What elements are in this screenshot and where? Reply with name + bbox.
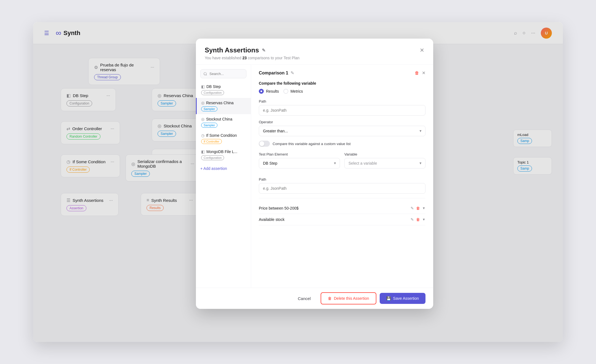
comparison-delete-button[interactable]: 🗑 (415, 71, 419, 76)
comparison-item-price: Price between 50-200$ ✎ 🗑 ▼ (259, 203, 425, 214)
path-field-group: Path (259, 99, 425, 116)
db-step-sidebar-badge: Configuration (201, 90, 224, 95)
stockout-china-sidebar-badge: Sampler (201, 123, 217, 128)
modal-footer: Cancel 🗑 Delete this Assertion 💾 Save As… (196, 288, 433, 309)
test-plan-element-wrapper: DB Step Reservas China Stockout China ▼ (259, 158, 340, 168)
radio-results[interactable]: Results (259, 89, 279, 94)
comparison-item-stock: Available stock ✎ 🗑 ▼ (259, 214, 425, 225)
comparison-item-stock-actions: ✎ 🗑 ▼ (411, 217, 425, 222)
test-plan-element-select[interactable]: DB Step Reservas China Stockout China (259, 158, 340, 168)
sidebar-item-db-step[interactable]: ◧ DB Step Configuration (196, 82, 251, 98)
comparison-item-stock-name: Available stock (259, 217, 284, 222)
modal-panel: Synth Assertions ✎ ✕ You have establishe… (196, 39, 433, 309)
variable-label: Variable (344, 152, 425, 156)
canvas-area: ⚙ Prueba de flujo de reservas ··· Thread… (33, 22, 563, 342)
add-assertion-button[interactable]: + Add assertion (196, 163, 232, 174)
sidebar-item-reservas-china[interactable]: ◎ Reservas China Sampler (196, 98, 251, 114)
radio-results-label: Results (266, 89, 279, 93)
mongodb-sidebar-badge: Configuration (201, 155, 224, 160)
section-variable-label: Compare the following variable (259, 81, 425, 85)
operator-select-wrapper: Greater than... Less than... Equal to...… (259, 126, 425, 136)
if-some-sidebar-badge: If Controller (201, 139, 222, 144)
operator-select[interactable]: Greater than... Less than... Equal to...… (259, 126, 425, 136)
stock-delete-button[interactable]: 🗑 (416, 217, 420, 222)
mongodb-sidebar-icon: ◧ (201, 149, 205, 154)
test-plan-element-group: Test Plan Element DB Step Reservas China… (259, 152, 340, 168)
modal-title-edit-icon[interactable]: ✎ (262, 48, 265, 53)
comparison-title: Comparison 1 ✎ (259, 70, 294, 76)
operator-label: Operator (259, 120, 425, 124)
test-plan-element-label: Test Plan Element (259, 152, 340, 156)
stockout-china-sidebar-icon: ◎ (201, 117, 204, 121)
divider (259, 198, 425, 198)
path-input[interactable] (259, 105, 425, 116)
comparison-actions: 🗑 ✕ (415, 70, 425, 76)
modal-detail: Comparison 1 ✎ 🗑 ✕ Compare the following… (251, 65, 433, 288)
delete-icon: 🗑 (328, 296, 332, 301)
modal-header: Synth Assertions ✎ ✕ You have establishe… (196, 39, 433, 65)
radio-metrics-label: Metrics (291, 89, 303, 93)
comparison-edit-button[interactable]: ✎ (291, 70, 294, 76)
stock-toggle-button[interactable]: ▼ (422, 218, 425, 221)
app-container: ☰ ∞ Synth ⌕ ○ ··· U Dashboard / Test Pla… (0, 0, 596, 364)
app-window: ☰ ∞ Synth ⌕ ○ ··· U Dashboard / Test Pla… (33, 22, 563, 342)
modal-body: ◧ DB Step Configuration ◎ Reservas China (196, 65, 433, 288)
delete-assertion-button[interactable]: 🗑 Delete this Assertion (321, 292, 376, 304)
price-toggle-button[interactable]: ▼ (422, 206, 425, 210)
variable-wrapper: Select a variable ▼ (344, 158, 425, 168)
comparison-close-button[interactable]: ✕ (422, 70, 425, 76)
radio-metrics-btn[interactable] (283, 89, 288, 94)
path2-label: Path (259, 177, 425, 181)
two-col-group: Test Plan Element DB Step Reservas China… (259, 152, 425, 173)
custom-value-toggle[interactable] (259, 141, 270, 147)
modal-sidebar: ◧ DB Step Configuration ◎ Reservas China (196, 65, 251, 288)
operator-field-group: Operator Greater than... Less than... Eq… (259, 120, 425, 136)
price-edit-button[interactable]: ✎ (411, 206, 414, 210)
sidebar-item-stockout-china[interactable]: ◎ Stockout China Sampler (196, 114, 251, 130)
radio-metrics[interactable]: Metrics (283, 89, 303, 94)
reservas-china-sidebar-badge: Sampler (201, 106, 217, 111)
radio-results-btn[interactable] (259, 89, 264, 94)
price-delete-button[interactable]: 🗑 (416, 206, 420, 210)
cancel-button[interactable]: Cancel (291, 293, 317, 304)
save-assertion-button[interactable]: 💾 Save Assertion (380, 293, 425, 304)
toggle-label: Compare this variable against a custom v… (273, 142, 351, 146)
sidebar-item-if-some[interactable]: ◷ If Some Condition If Controller (196, 130, 251, 147)
stock-edit-button[interactable]: ✎ (411, 217, 414, 222)
variable-group: Variable Select a variable ▼ (344, 152, 425, 168)
path2-field-group: Path (259, 177, 425, 194)
toggle-row: Compare this variable against a custom v… (259, 141, 425, 147)
radio-group: Results Metrics (259, 89, 425, 94)
modal-title: Synth Assertions ✎ (205, 46, 265, 54)
modal-search (196, 69, 251, 82)
db-step-sidebar-icon: ◧ (201, 84, 205, 89)
path-label: Path (259, 99, 425, 103)
reservas-china-sidebar-icon: ◎ (201, 101, 204, 105)
comparison-item-price-name: Price between 50-200$ (259, 206, 299, 210)
modal-overlay: Synth Assertions ✎ ✕ You have establishe… (33, 22, 563, 342)
variable-select[interactable]: Select a variable (344, 158, 425, 168)
modal-close-button[interactable]: ✕ (420, 47, 424, 53)
comparison-header: Comparison 1 ✎ 🗑 ✕ (259, 70, 425, 76)
path2-input[interactable] (259, 183, 425, 194)
modal-subtitle: You have established 23 comparisons to y… (205, 56, 424, 60)
if-some-sidebar-icon: ◷ (201, 133, 204, 138)
save-icon: 💾 (386, 296, 391, 301)
comparison-item-price-actions: ✎ 🗑 ▼ (411, 206, 425, 210)
sidebar-item-mongodb[interactable]: ◧ MongoDB File L... Configuration (196, 147, 251, 163)
search-input[interactable] (200, 69, 246, 78)
